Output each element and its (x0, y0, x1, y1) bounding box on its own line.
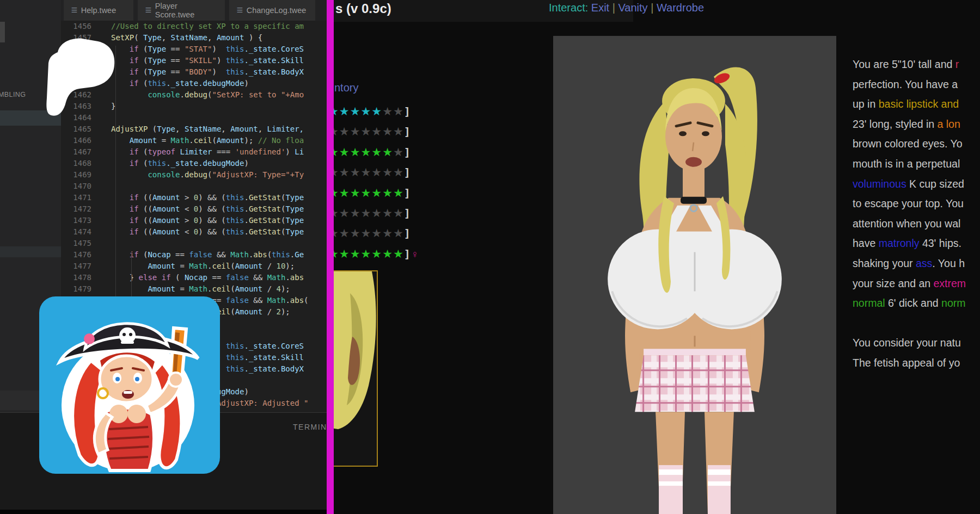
sidebar-scrollbar[interactable] (0, 22, 5, 42)
star-icon: ★ (382, 247, 393, 260)
star-icon: ★ (339, 247, 350, 260)
star-icon: ★ (339, 125, 350, 138)
bracket: ] (404, 105, 411, 118)
code-text: SetXP( Type, StatName, Amount ) { (111, 32, 262, 44)
star-icon: ★ (393, 146, 404, 158)
explorer-row[interactable] (0, 246, 61, 257)
code-line: 1479 Amount = Math.ceil(Amount / 4); (61, 283, 334, 295)
code-text: if ((Amount > 0) && (this.GetStat(Type (111, 215, 304, 226)
code-text: if ((Amount < 0) && (this.GetStat(Type (111, 226, 304, 238)
code-line: 1473 if ((Amount > 0) && (this.GetStat(T… (61, 215, 334, 226)
tab-player-score-twee[interactable]: ☰ Player Score.twee (138, 0, 225, 21)
star-rating-row: ★★★★★★★] (334, 121, 402, 141)
line-number: 1472 (61, 203, 91, 215)
bracket: ] (404, 247, 411, 261)
portrait-thumbnail[interactable] (334, 270, 378, 467)
code-text: console.debug("SetXP: set to "+Amo (111, 89, 304, 101)
editor-tabbar: ☰ Help.twee ☰ Player Score.twee ☰ Change… (61, 0, 334, 21)
code-text: if (this._state.debugMode) (111, 158, 249, 169)
window-bottom-edge (0, 510, 334, 514)
star-icon: ★ (371, 247, 382, 260)
line-number: 1477 (61, 261, 91, 272)
line-number: 1467 (61, 146, 91, 158)
inventory-link-fragment[interactable]: ntory (334, 82, 358, 94)
star-icon: ★ (339, 166, 350, 178)
star-icon: ★ (334, 247, 339, 260)
interact-link-wardrobe[interactable]: Wardrobe (657, 2, 704, 14)
star-icon: ★ (339, 207, 350, 219)
line-number: 1468 (61, 158, 91, 169)
star-icon: ★ (393, 166, 404, 178)
female-symbol-icon: ♀ (411, 249, 419, 260)
twee-file-icon: ☰ (236, 7, 243, 14)
star-icon: ★ (350, 207, 361, 219)
description-line: attention when you wal (853, 214, 980, 234)
code-line: 1471 if ((Amount > 0) && (this.GetStat(T… (61, 192, 334, 203)
line-number: 1456 (61, 21, 91, 32)
star-icon: ★ (360, 247, 371, 260)
code-text: console.debug("AdjustXP: Type="+Ty (111, 169, 304, 181)
star-icon: ★ (371, 125, 382, 138)
code-line: 1476 if (Nocap == false && Math.abs(this… (61, 249, 334, 261)
star-icon: ★ (371, 105, 382, 117)
star-icon: ★ (382, 166, 393, 178)
screenshot-root: MBLING ☰ Help.twee ☰ Player Score.twee ☰… (0, 0, 980, 514)
description-line: shaking your ass. You h (853, 253, 980, 274)
line-number: 1475 (61, 238, 91, 249)
description-line: have matronly 43' hips. (853, 233, 980, 253)
description-line: brown colored eyes. Yo (853, 134, 980, 154)
star-icon: ★ (339, 146, 350, 158)
code-line: 1467 if (typeof Limiter === 'undefined')… (61, 146, 334, 158)
code-text: Amount = Math.ceil(Amount); // No floa (111, 135, 304, 146)
star-icon: ★ (371, 187, 382, 199)
game-title-fragment: s (v 0.9c) (335, 1, 391, 16)
code-line: 1477 Amount = Math.ceil(Amount / 10); (61, 261, 334, 272)
code-line: 1475 (61, 238, 334, 249)
code-line: 1468 if (this._state.debugMode) (61, 158, 334, 169)
star-icon: ★ (371, 146, 382, 158)
star-icon: ★ (393, 105, 404, 117)
code-text: if (Nocap == false && Math.abs(this.Ge (111, 249, 304, 261)
star-icon: ★ (371, 166, 382, 178)
star-icon: ★ (350, 166, 361, 178)
description-line: perfection. You have a (853, 75, 980, 95)
stat-star-ratings: ★★★★★★★]★★★★★★★]★★★★★★★]★★★★★★★]★★★★★★★]… (334, 101, 402, 264)
line-number: 1471 (61, 192, 91, 203)
line-number: 1470 (61, 181, 91, 192)
description-line: You are 5"10' tall and r (853, 54, 980, 75)
bracket: ] (404, 207, 411, 220)
star-icon: ★ (393, 187, 404, 199)
star-rating-row: ★★★★★★★] (334, 162, 402, 182)
star-icon: ★ (371, 227, 382, 239)
star-rating-row: ★★★★★★★] (334, 223, 402, 243)
star-icon: ★ (360, 227, 371, 239)
star-icon: ★ (334, 146, 339, 158)
bracket: ] (404, 125, 411, 138)
code-text: if (Type == "SKILL") this._state.Skill (111, 55, 304, 66)
code-line: 1470 (61, 181, 334, 192)
star-icon: ★ (393, 227, 404, 239)
code-text: if (Type == "STAT") this._state.CoreS (111, 44, 304, 55)
star-icon: ★ (393, 207, 404, 219)
code-text: if (Type == "BODY") this._state.BodyX (111, 66, 304, 78)
bracket: ] (404, 227, 411, 240)
code-line: 1478 } else if ( Nocap == false && Math.… (61, 272, 334, 283)
interact-link-exit[interactable]: Exit (591, 2, 609, 14)
code-line: 1466 Amount = Math.ceil(Amount); // No f… (61, 135, 334, 146)
star-rating-row: ★★★★★★★] (334, 183, 402, 203)
code-text: } else if ( Nocap == false && Math.abs (111, 272, 304, 283)
interact-link-vanity[interactable]: Vanity (618, 2, 648, 14)
star-icon: ★ (382, 125, 393, 138)
link-separator: | (612, 2, 618, 14)
tab-changelog-twee[interactable]: ☰ ChangeLog.twee (229, 0, 315, 21)
twee-file-icon: ☰ (71, 7, 77, 14)
description-line: mouth is in a perpetual (853, 154, 980, 174)
code-text: if ((Amount < 0) && (this.GetStat(Type (111, 203, 304, 215)
code-text: AdjustXP (Type, StatName, Amount, Limite… (111, 123, 304, 135)
star-rating-row: ★★★★★★★]♀ (334, 244, 402, 264)
star-icon: ★ (339, 227, 350, 239)
line-number: 1478 (61, 272, 91, 283)
tab-help-twee[interactable]: ☰ Help.twee (64, 0, 133, 21)
code-line: 1474 if ((Amount < 0) && (this.GetStat(T… (61, 226, 334, 238)
line-number: 1469 (61, 169, 91, 181)
